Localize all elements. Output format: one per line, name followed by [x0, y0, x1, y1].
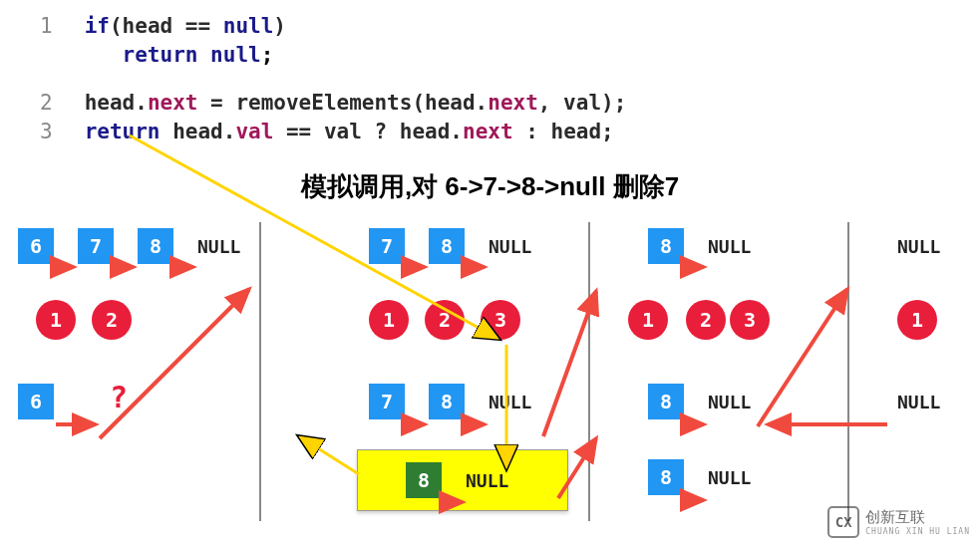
null-label: NULL — [489, 392, 531, 412]
panel-1: 7 8 NULL 1 2 3 7 8 NULL 8 NULL — [259, 222, 590, 521]
step-2: 2 — [92, 300, 132, 340]
null-label: NULL — [897, 392, 940, 412]
line-number: 2 — [40, 89, 72, 118]
node-6: 6 — [18, 228, 54, 264]
node-8: 8 — [648, 459, 684, 495]
node-8: 8 — [648, 384, 684, 419]
watermark-logo: CX 创新互联 CHUANG XIN HU LIAN — [827, 506, 970, 538]
node-8: 8 — [648, 228, 684, 264]
line-number: 1 — [40, 12, 72, 41]
node-8: 8 — [429, 228, 465, 264]
null-label: NULL — [489, 236, 531, 257]
result-box: 8 NULL — [357, 449, 568, 511]
code-block: 1 if(head == null) return null; 2 head.n… — [0, 0, 980, 155]
step-2: 2 — [686, 300, 726, 340]
diagram-title: 模拟调用,对 6->7->8->null 删除7 — [0, 169, 980, 204]
line-number: 3 — [40, 118, 72, 146]
null-label: NULL — [197, 236, 240, 257]
null-label: NULL — [708, 467, 751, 488]
node-6: 6 — [18, 384, 54, 419]
panel-3: NULL 1 NULL — [847, 222, 980, 521]
logo-text: 创新互联 — [865, 508, 970, 527]
panel-0: 6 7 8 NULL 1 2 6 ? — [0, 222, 261, 521]
step-1: 1 — [369, 300, 409, 340]
kw-if: if — [85, 14, 110, 38]
null-label: NULL — [897, 236, 940, 257]
node-7: 7 — [369, 228, 405, 264]
step-2: 2 — [425, 300, 465, 340]
step-1: 1 — [628, 300, 668, 340]
node-8: 8 — [138, 228, 173, 264]
null-label: NULL — [708, 392, 751, 412]
node-7: 7 — [78, 228, 114, 264]
step-3: 3 — [481, 300, 520, 340]
node-8: 8 — [429, 384, 465, 419]
step-3: 3 — [730, 300, 770, 340]
null-label: NULL — [708, 236, 751, 257]
step-1: 1 — [897, 300, 937, 340]
panel-2: 8 NULL 1 2 3 8 NULL 8 NULL — [588, 222, 849, 521]
question-mark: ? — [110, 380, 128, 414]
step-1: 1 — [36, 300, 76, 340]
logo-icon: CX — [827, 506, 859, 538]
node-7: 7 — [369, 384, 405, 419]
node-8-result: 8 — [406, 462, 442, 498]
null-label: NULL — [466, 470, 508, 491]
logo-subtext: CHUANG XIN HU LIAN — [865, 527, 970, 536]
recursion-diagram: 6 7 8 NULL 1 2 6 ? 7 8 NULL 1 2 3 7 8 NU… — [0, 222, 980, 521]
